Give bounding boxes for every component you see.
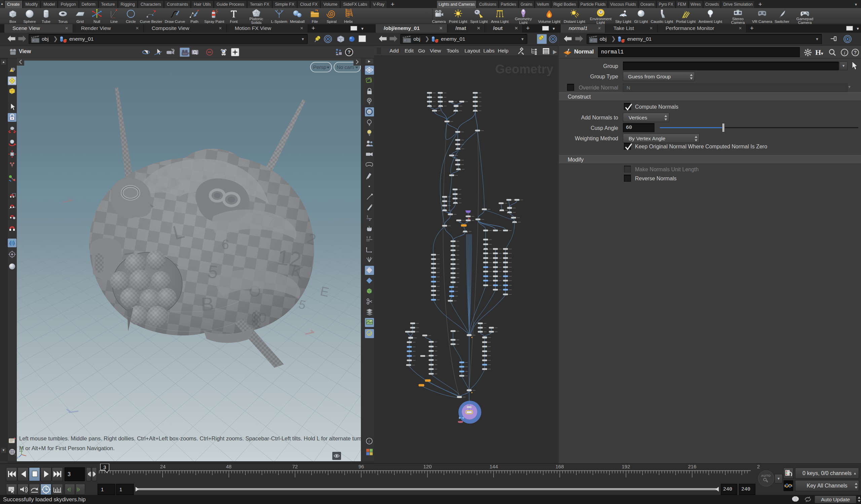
svg-text:144: 144 <box>489 464 498 469</box>
svg-text:?: ? <box>347 49 351 55</box>
svg-text:168: 168 <box>555 464 564 469</box>
svg-text:B: B <box>201 293 214 315</box>
svg-text:z: z <box>17 456 18 459</box>
svg-text:2: 2 <box>757 464 760 469</box>
svg-text:?: ? <box>854 50 857 55</box>
svg-text:120: 120 <box>423 464 432 469</box>
svg-text:48: 48 <box>226 464 232 469</box>
svg-text:3: 3 <box>103 464 106 470</box>
svg-text:i: i <box>844 50 845 55</box>
svg-text:96: 96 <box>358 464 364 469</box>
svg-text:Left mouse tumbles. Middle pan: Left mouse tumbles. Middle pans. Right d… <box>19 435 361 441</box>
svg-text:Geometry: Geometry <box>495 62 553 76</box>
svg-text:y: y <box>21 446 23 449</box>
svg-text:1: 1 <box>367 215 368 218</box>
svg-text:Persp: Persp <box>313 64 326 70</box>
svg-text:216: 216 <box>688 464 696 469</box>
svg-text:6: 6 <box>221 236 229 252</box>
svg-text:192: 192 <box>621 464 630 469</box>
svg-text:i: i <box>369 439 370 443</box>
svg-text:24: 24 <box>160 464 166 469</box>
svg-text:M or Alt+M for First Person Na: M or Alt+M for First Person Navigation. <box>19 445 115 451</box>
svg-text:1: 1 <box>366 235 368 239</box>
svg-text:2: 2 <box>369 235 371 239</box>
svg-text:72: 72 <box>292 464 298 469</box>
svg-text:12: 12 <box>276 245 303 272</box>
svg-text:No cam: No cam <box>337 64 354 70</box>
